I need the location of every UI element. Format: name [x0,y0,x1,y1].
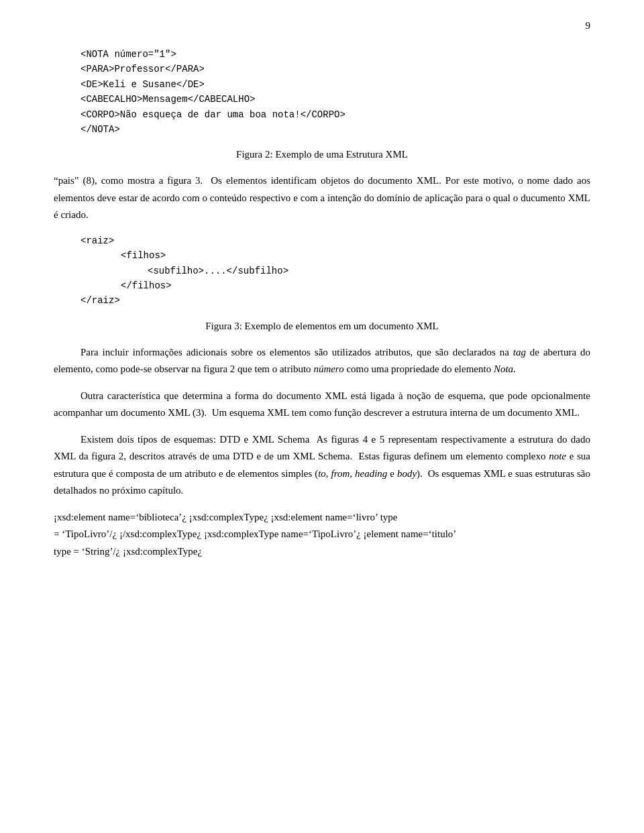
code-line: <raiz> [80,233,590,248]
page-number: 9 [586,20,591,32]
code-line: <PARA>Professor</PARA> [80,62,590,76]
paragraph-3: Outra característica que determina a for… [54,388,590,422]
code-line: <DE>Keli e Susane</DE> [80,77,590,92]
page: 9 <NOTA número="1"> <PARA>Professor</PAR… [0,0,644,833]
code-line: <subfilho>....</subfilho> [148,264,590,278]
code-line: <NOTA número="1"> [80,47,590,62]
paragraph-5: ¡xsd:element name=‘biblioteca’¿ ¡xsd:com… [54,509,590,561]
figure-2-caption: Figura 2: Exemplo de uma Estrutura XML [54,149,590,160]
code-line: <filhos> [121,248,590,263]
paragraph-2: Para incluir informações adicionais sobr… [54,344,590,378]
code-block-2: <raiz> <filhos> <subfilho>....</subfilho… [80,233,590,309]
code-line: <CORPO>Não esqueça de dar uma boa nota!<… [80,107,590,122]
figure-3-caption: Figura 3: Exemplo de elementos em um doc… [54,321,590,332]
code-line: </NOTA> [80,122,590,137]
paragraph-1: “pais” (8), como mostra a figura 3. Os e… [54,172,590,224]
code-line: <CABECALHO>Mensagem</CABECALHO> [80,92,590,107]
code-line: </filhos> [121,278,590,293]
code-block-1: <NOTA número="1"> <PARA>Professor</PARA>… [80,47,590,137]
code-line: </raiz> [80,293,590,308]
paragraph-4: Existem dois tipos de esquemas: DTD e XM… [54,431,590,500]
